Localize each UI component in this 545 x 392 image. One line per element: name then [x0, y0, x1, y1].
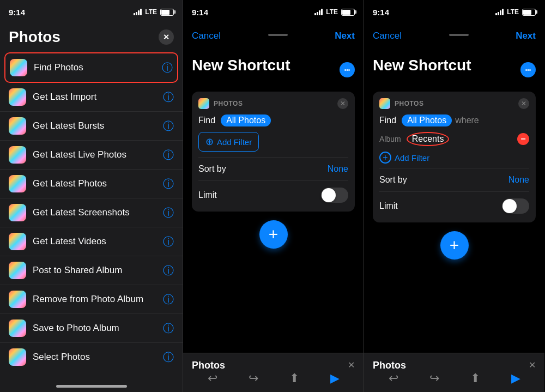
shortcut-title-2: New Shortcut [192, 57, 290, 74]
select-photos-info-button[interactable]: ⓘ [163, 350, 174, 365]
limit-label-3: Limit [379, 201, 398, 211]
add-filter-plus-icon: ⊕ [205, 136, 214, 148]
remove-filter-button-3[interactable]: − [517, 133, 529, 145]
bottom-controls-2: ↩ ↪ ⬆ ▶ [192, 371, 355, 385]
list-item-save-to-photo-album[interactable]: Save to Photo Album ⓘ [0, 314, 183, 343]
add-filter-row-3[interactable]: + Add Filter [379, 152, 529, 164]
action-card-find-photos: PHOTOS ✕ Find All Photos ⊕ Add Filter So… [192, 92, 355, 212]
photos-panel-header: Photos ✕ [0, 24, 183, 52]
get-latest-bursts-info-button[interactable]: ⓘ [163, 119, 174, 134]
cancel-button-2[interactable]: Cancel [192, 31, 221, 41]
undo-button-2[interactable]: ↩ [208, 371, 217, 385]
get-latest-videos-info-button[interactable]: ⓘ [163, 234, 174, 249]
get-latest-live-photos-info-button[interactable]: ⓘ [163, 148, 174, 162]
shortcut-title-3: New Shortcut [373, 57, 471, 74]
options-button-3[interactable]: ••• [520, 62, 536, 77]
limit-row-3: Limit [379, 196, 529, 216]
limit-toggle-2[interactable] [321, 188, 348, 203]
get-latest-videos-icon [9, 233, 26, 250]
panel-photos-list: 9:14 LTE Photos ✕ Find Photos ⓘ [0, 0, 183, 392]
home-bar-1 [56, 385, 127, 388]
list-item-get-latest-live-photos[interactable]: Get Latest Live Photos ⓘ [0, 141, 183, 170]
options-button-2[interactable]: ••• [340, 62, 355, 77]
bottom-close-button-2[interactable]: ✕ [348, 360, 355, 370]
post-to-shared-album-icon [9, 262, 26, 279]
add-action-button-2[interactable]: + [259, 220, 288, 249]
bottom-photos-title-3: Photos [373, 360, 406, 371]
remove-from-photo-album-info-button[interactable]: ⓘ [163, 292, 174, 307]
get-latest-videos-label: Get Latest Videos [33, 236, 159, 247]
get-latest-screenshots-label: Get Latest Screenshots [33, 207, 159, 218]
add-filter-plus-icon-3: + [379, 152, 391, 164]
sort-by-row-3: Sort by None [379, 173, 529, 187]
share-button-2[interactable]: ⬆ [289, 371, 299, 385]
find-photos-icon [10, 59, 27, 76]
get-latest-screenshots-icon [9, 204, 26, 221]
list-item-post-to-shared-album[interactable]: Post to Shared Album ⓘ [0, 256, 183, 285]
find-photos-info-button[interactable]: ⓘ [162, 61, 173, 75]
next-button-2[interactable]: Next [335, 31, 355, 41]
find-label-2: Find [198, 116, 215, 125]
play-button-3[interactable]: ▶ [511, 371, 520, 385]
limit-toggle-3[interactable] [502, 198, 529, 214]
all-photos-pill-2[interactable]: All Photos [221, 114, 271, 126]
status-bar-1: 9:14 LTE [0, 0, 183, 24]
share-button-3[interactable]: ⬆ [470, 371, 480, 385]
panel-new-shortcut-2: 9:14 LTE Cancel Next New Shortcut ••• [364, 0, 544, 392]
save-to-photo-album-label: Save to Photo Album [33, 323, 159, 334]
list-item-get-latest-photos[interactable]: Get Latest Photos ⓘ [0, 170, 183, 198]
get-latest-photos-label: Get Latest Photos [33, 178, 159, 189]
drag-handle-2 [268, 34, 288, 36]
card-app-icon-3 [379, 98, 390, 109]
add-filter-button-2[interactable]: ⊕ Add Filter [198, 132, 259, 152]
close-icon: ✕ [163, 33, 169, 41]
card-close-button-3[interactable]: ✕ [518, 98, 529, 109]
status-time-1: 9:14 [9, 8, 25, 17]
status-time-2: 9:14 [192, 8, 208, 17]
list-item-find-photos[interactable]: Find Photos ⓘ [4, 52, 178, 83]
bottom-close-button-3[interactable]: ✕ [529, 360, 536, 370]
status-icons-3: LTE [495, 8, 536, 16]
card-find-row: Find All Photos [198, 114, 348, 126]
add-filter-label-2: Add Filter [217, 137, 252, 147]
bottom-photos-bar-3: Photos ✕ ↩ ↪ ⬆ ▶ [364, 353, 544, 392]
signal-icon-2 [314, 9, 323, 15]
list-item-get-latest-screenshots[interactable]: Get Latest Screenshots ⓘ [0, 198, 183, 227]
card-close-button-2[interactable]: ✕ [337, 98, 348, 109]
all-photos-pill-3[interactable]: All Photos [402, 114, 452, 126]
post-to-shared-album-info-button[interactable]: ⓘ [163, 263, 174, 278]
list-item-get-latest-videos[interactable]: Get Latest Videos ⓘ [0, 227, 183, 256]
drag-handle-3 [449, 34, 469, 36]
close-panel-button[interactable]: ✕ [159, 29, 174, 45]
battery-icon-1 [160, 9, 174, 16]
list-item-remove-from-photo-album[interactable]: Remove from Photo Album ⓘ [0, 285, 183, 314]
limit-row-2: Limit [198, 185, 348, 205]
status-bar-2: 9:14 LTE [183, 0, 364, 24]
get-latest-photos-icon [9, 175, 26, 192]
panel-new-shortcut-1: 9:14 LTE Cancel Next New Shortcut ••• [183, 0, 364, 392]
cancel-button-3[interactable]: Cancel [373, 31, 402, 41]
nav-bar-3: Cancel Next [364, 24, 544, 48]
play-button-2[interactable]: ▶ [330, 371, 340, 385]
undo-button-3[interactable]: ↩ [389, 371, 398, 385]
shortcut-content-2: New Shortcut ••• PHOTOS ✕ Find All Photo… [183, 48, 364, 353]
list-item-get-last-import[interactable]: Get Last Import ⓘ [0, 83, 183, 112]
list-item-select-photos[interactable]: Select Photos ⓘ [0, 343, 183, 370]
status-icons-1: LTE [134, 8, 174, 16]
get-last-import-info-button[interactable]: ⓘ [163, 90, 174, 105]
get-latest-photos-info-button[interactable]: ⓘ [163, 177, 174, 191]
get-latest-screenshots-info-button[interactable]: ⓘ [163, 206, 174, 220]
redo-button-2[interactable]: ↪ [249, 371, 258, 385]
next-button-3[interactable]: Next [516, 31, 536, 41]
list-item-get-latest-bursts[interactable]: Get Latest Bursts ⓘ [0, 112, 183, 141]
find-label-3: Find [379, 116, 396, 125]
recents-pill-3[interactable]: Recents [407, 132, 450, 146]
save-to-photo-album-info-button[interactable]: ⓘ [163, 321, 174, 336]
plus-icon-3: + [450, 236, 459, 255]
sort-by-value-3[interactable]: None [508, 175, 529, 185]
bottom-photos-bar-2: Photos ✕ ↩ ↪ ⬆ ▶ [183, 353, 364, 392]
add-action-button-3[interactable]: + [440, 231, 469, 260]
sort-by-value-2[interactable]: None [328, 164, 348, 174]
post-to-shared-album-label: Post to Shared Album [33, 265, 159, 276]
redo-button-3[interactable]: ↪ [429, 371, 439, 385]
